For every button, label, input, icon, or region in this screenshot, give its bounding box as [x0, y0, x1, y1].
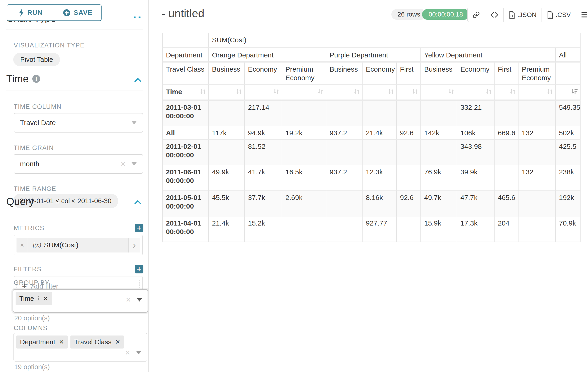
- sort-icon[interactable]: [510, 88, 516, 96]
- pivot-data-row: All117k94.9k19.2k937.221.4k92.6142k106k6…: [163, 126, 581, 140]
- pivot-value-cell: 94.9k: [245, 126, 282, 140]
- sort-icon[interactable]: [354, 88, 360, 96]
- superset-explore-view: Chart Type RUN SAVE VISUALIZATION TYPE P…: [0, 0, 588, 372]
- pivot-data-row: 2011-02-01 00:00:0081.52343.98425.5: [163, 140, 581, 165]
- info-icon[interactable]: i: [32, 75, 40, 83]
- pivot-value-cell: [363, 140, 397, 165]
- pivot-col-header: Economy: [363, 63, 397, 85]
- pivot-subdimension-label: Travel Class: [163, 63, 209, 85]
- pivot-value-cell: [518, 191, 556, 216]
- sortable-column-header[interactable]: [494, 85, 518, 101]
- sort-icon[interactable]: [236, 88, 242, 96]
- pivot-dimension-label: Department: [163, 48, 209, 63]
- pivot-data-row: 2011-03-01 00:00:00217.14332.21549.35: [163, 101, 581, 126]
- remove-metric-icon[interactable]: ×: [17, 238, 28, 253]
- sortable-column-header[interactable]: [363, 85, 397, 101]
- menu-button[interactable]: [576, 8, 588, 22]
- sort-icon[interactable]: [448, 88, 454, 96]
- columns-tag[interactable]: Department ✕: [16, 336, 68, 349]
- csv-file-icon: [547, 11, 553, 19]
- sort-icon[interactable]: [200, 88, 206, 96]
- time-column-select[interactable]: Travel Date: [14, 113, 143, 133]
- pivot-value-cell: 92.6: [397, 126, 421, 140]
- caret-down-icon[interactable]: [132, 121, 137, 124]
- collapse-query-section[interactable]: [134, 200, 141, 205]
- metric-pill[interactable]: × f(x) SUM(Cost) ›: [17, 238, 140, 253]
- add-filter-plus-button[interactable]: +: [135, 265, 143, 273]
- sortable-column-header[interactable]: [457, 85, 494, 101]
- panel-scrollbar[interactable]: [148, 0, 149, 372]
- pivot-value-cell: 49.7k: [421, 191, 457, 216]
- save-button[interactable]: SAVE: [54, 5, 101, 21]
- group-by-select[interactable]: Time i ✕ ×: [12, 289, 148, 313]
- json-file-icon: [509, 11, 515, 19]
- divider: [6, 90, 143, 90]
- columns-select[interactable]: Department ✕ Travel Class ✕ ×: [13, 333, 147, 361]
- pivot-row-label: 2011-04-01 00:00:00: [163, 216, 209, 242]
- pivot-col-header: Economy: [245, 63, 282, 85]
- pivot-value-cell: 332.21: [457, 101, 494, 126]
- pivot-value-cell: [518, 101, 556, 126]
- edit-metric-chevron[interactable]: ›: [128, 238, 140, 253]
- pivot-value-cell: 81.52: [245, 140, 282, 165]
- sortable-column-header[interactable]: [245, 85, 282, 101]
- pivot-col-header: Business: [209, 63, 245, 85]
- export-json-button[interactable]: .JSON: [504, 8, 542, 22]
- pivot-metric-header: SUM(Cost): [209, 33, 581, 48]
- caret-down-icon[interactable]: [137, 298, 142, 302]
- view-query-button[interactable]: [485, 8, 504, 22]
- sort-icon[interactable]: [388, 88, 394, 96]
- pivot-value-cell: 192k: [556, 191, 581, 216]
- sortable-column-header[interactable]: [421, 85, 457, 101]
- pivot-value-cell: 21.4k: [209, 216, 245, 242]
- pivot-col-header: Premium Economy: [282, 63, 326, 85]
- run-button[interactable]: RUN: [7, 5, 54, 21]
- export-toolbar: .JSON .CSV: [467, 8, 588, 22]
- pivot-value-cell: 15.2k: [245, 216, 282, 242]
- export-csv-button[interactable]: .CSV: [542, 8, 576, 22]
- group-by-tag[interactable]: Time i ✕: [16, 292, 52, 305]
- sort-icon[interactable]: [273, 88, 279, 96]
- sort-icon[interactable]: [547, 88, 553, 96]
- share-link-button[interactable]: [468, 8, 485, 22]
- pivot-value-cell: 76.9k: [421, 165, 457, 191]
- chart-title[interactable]: - untitled: [161, 7, 204, 20]
- sort-icon[interactable]: [486, 88, 492, 96]
- clear-icon[interactable]: ×: [125, 349, 130, 357]
- pivot-value-cell: [282, 216, 326, 242]
- remove-tag-icon[interactable]: ✕: [115, 339, 120, 346]
- pivot-value-cell: [326, 101, 363, 126]
- pivot-value-cell: 937.2: [326, 165, 363, 191]
- sort-descending-header[interactable]: [556, 85, 581, 101]
- sortable-column-header[interactable]: [397, 85, 421, 101]
- remove-tag-icon[interactable]: ✕: [59, 339, 64, 346]
- clear-icon[interactable]: ×: [121, 160, 126, 168]
- pivot-value-cell: 142k: [421, 126, 457, 140]
- sort-descending-icon[interactable]: [571, 88, 578, 96]
- sortable-column-header[interactable]: [326, 85, 363, 101]
- pivot-value-cell: 21.4k: [363, 126, 397, 140]
- sortable-column-header[interactable]: [518, 85, 556, 101]
- add-metric-button[interactable]: +: [135, 224, 143, 232]
- pivot-group-header: Yellow Department: [421, 48, 556, 63]
- viz-type-pill[interactable]: Pivot Table: [13, 53, 60, 66]
- info-icon[interactable]: i: [38, 295, 39, 302]
- caret-down-icon[interactable]: [136, 351, 141, 354]
- caret-down-icon[interactable]: [132, 162, 137, 166]
- row-dimension-label: Time: [166, 88, 182, 96]
- pivot-row-dimension-header[interactable]: Time: [163, 85, 209, 101]
- pivot-value-cell: [494, 165, 518, 191]
- time-grain-select[interactable]: month ×: [14, 154, 143, 174]
- sortable-column-header[interactable]: [209, 85, 245, 101]
- clear-icon[interactable]: ×: [126, 296, 131, 304]
- pivot-value-cell: 8.16k: [363, 191, 397, 216]
- columns-tag[interactable]: Travel Class ✕: [70, 336, 124, 349]
- plus-circle-icon: [63, 9, 70, 17]
- collapse-time-section[interactable]: [134, 78, 141, 82]
- sortable-column-header[interactable]: [282, 85, 326, 101]
- sort-icon[interactable]: [412, 88, 418, 96]
- pivot-row-label: 2011-03-01 00:00:00: [163, 101, 209, 126]
- remove-tag-icon[interactable]: ✕: [43, 295, 48, 302]
- filters-label: FILTERS: [14, 266, 42, 273]
- sort-icon[interactable]: [317, 88, 324, 96]
